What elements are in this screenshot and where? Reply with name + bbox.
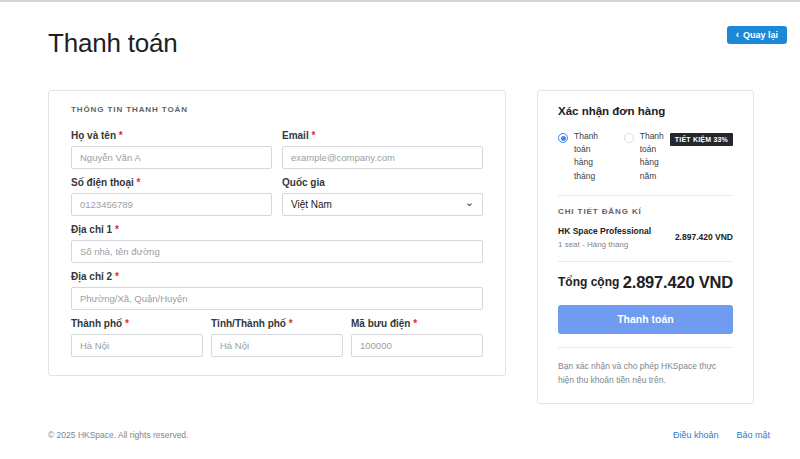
postal-code-input[interactable] (351, 334, 483, 357)
divider (558, 261, 733, 262)
field-province: Tỉnh/Thành phố * (211, 318, 343, 357)
yearly-option-label: Thanh toán hàng năm (640, 130, 664, 183)
divider (558, 195, 733, 196)
plan-line-item: HK Space Professional 1 seat - Hàng thán… (558, 226, 733, 249)
phone-label: Số điện thoại (71, 177, 134, 188)
city-input[interactable] (71, 334, 203, 357)
privacy-link[interactable]: Bảo mật (736, 430, 770, 440)
required-asterisk: * (289, 318, 293, 329)
yearly-billing-option[interactable]: Thanh toán hàng năm TIẾT KIỆM 33% (624, 130, 733, 183)
total-label: Tổng cộng (558, 275, 619, 289)
order-summary-title: Xác nhận đơn hàng (558, 105, 733, 117)
order-summary-card: Xác nhận đơn hàng Thanh toán hàng tháng … (537, 90, 754, 404)
terms-link[interactable]: Điều khoản (673, 430, 719, 440)
radio-unselected-icon[interactable] (624, 133, 634, 143)
page-header: Thanh toán ‹ Quay lại (0, 2, 800, 60)
required-asterisk: * (125, 318, 129, 329)
country-select[interactable]: Việt Nam ⌄ (282, 193, 483, 216)
back-button-label: Quay lại (743, 30, 778, 40)
total-value: 2.897.420 VND (623, 273, 733, 292)
radio-selected-icon[interactable] (558, 133, 568, 143)
field-full-name: Họ và tên * (71, 130, 272, 169)
required-asterisk: * (119, 130, 123, 141)
monthly-billing-option[interactable]: Thanh toán hàng tháng (558, 130, 610, 183)
required-asterisk: * (137, 177, 141, 188)
field-email: Email * (282, 130, 483, 169)
province-label: Tỉnh/Thành phố (211, 318, 286, 329)
phone-input[interactable] (71, 193, 272, 216)
country-select-value: Việt Nam (291, 199, 332, 210)
plan-price: 2.897.420 VND (675, 232, 733, 242)
plan-description: 1 seat - Hàng tháng (558, 240, 651, 249)
full-name-input[interactable] (71, 146, 272, 169)
required-asterisk: * (311, 130, 315, 141)
required-asterisk: * (413, 318, 417, 329)
field-address2: Địa chỉ 2 * (71, 271, 483, 310)
email-input[interactable] (282, 146, 483, 169)
content-area: THÔNG TIN THANH TOÁN Họ và tên * Email *… (0, 90, 800, 404)
page-title: Thanh toán (48, 26, 800, 60)
required-asterisk: * (115, 224, 119, 235)
province-input[interactable] (211, 334, 343, 357)
required-asterisk: * (115, 271, 119, 282)
billing-info-card: THÔNG TIN THANH TOÁN Họ và tên * Email *… (48, 90, 506, 376)
full-name-label: Họ và tên (71, 130, 116, 141)
chevron-left-icon: ‹ (736, 30, 739, 40)
billing-section-title: THÔNG TIN THANH TOÁN (71, 105, 483, 114)
email-label: Email (282, 130, 309, 141)
footer-links: Điều khoản Bảo mật (673, 430, 770, 440)
monthly-option-label: Thanh toán hàng tháng (574, 130, 610, 183)
address1-label: Địa chỉ 1 (71, 224, 112, 235)
address1-input[interactable] (71, 240, 483, 263)
plan-name: HK Space Professional (558, 226, 651, 236)
billing-cycle-options: Thanh toán hàng tháng Thanh toán hàng nă… (558, 130, 733, 183)
city-label: Thành phố (71, 318, 122, 329)
total-row: Tổng cộng 2.897.420 VND (558, 273, 733, 292)
payment-disclaimer: Bạn xác nhận và cho phép HKSpace thực hi… (558, 359, 733, 387)
pay-button[interactable]: Thanh toán (558, 305, 733, 334)
address2-input[interactable] (71, 287, 483, 310)
postal-code-label: Mã bưu điện (351, 318, 410, 329)
field-country: Quốc gia Việt Nam ⌄ (282, 177, 483, 216)
page-footer: © 2025 HKSpace. All rights reserved. Điề… (0, 430, 800, 440)
field-address1: Địa chỉ 1 * (71, 224, 483, 263)
field-phone: Số điện thoại * (71, 177, 272, 216)
copyright-text: © 2025 HKSpace. All rights reserved. (48, 430, 188, 440)
country-label: Quốc gia (282, 177, 325, 188)
field-postal-code: Mã bưu điện * (351, 318, 483, 357)
field-city: Thành phố * (71, 318, 203, 357)
divider (558, 347, 733, 348)
subscription-details-title: CHI TIẾT ĐĂNG KÍ (558, 207, 733, 216)
address2-label: Địa chỉ 2 (71, 271, 112, 282)
chevron-down-icon: ⌄ (465, 199, 474, 206)
savings-badge: TIẾT KIỆM 33% (670, 133, 733, 146)
back-button[interactable]: ‹ Quay lại (727, 26, 787, 44)
